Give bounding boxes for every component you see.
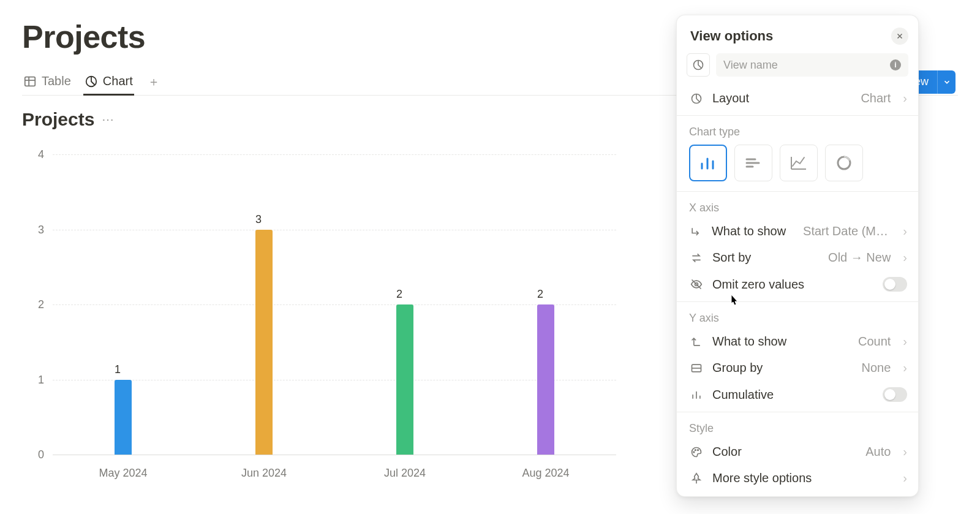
y-what-to-show[interactable]: What to show Count › bbox=[677, 328, 918, 355]
chevron-right-icon: › bbox=[903, 224, 907, 238]
chart-icon bbox=[85, 75, 98, 88]
chart-title-more-icon[interactable]: ⋯ bbox=[102, 112, 114, 127]
swap-icon bbox=[689, 252, 704, 264]
y-cumulative[interactable]: Cumulative bbox=[677, 381, 918, 408]
tab-chart[interactable]: Chart bbox=[83, 69, 134, 96]
info-icon[interactable]: i bbox=[890, 59, 901, 70]
svg-rect-0 bbox=[25, 77, 36, 86]
bar-slot: 1 bbox=[53, 154, 194, 455]
layout-icon bbox=[689, 93, 704, 105]
bar-slot: 2 bbox=[334, 154, 475, 455]
y-cumulative-label: Cumulative bbox=[712, 388, 774, 402]
bar-value-label: 3 bbox=[255, 213, 262, 226]
eye-off-icon bbox=[689, 278, 704, 290]
bar-value-label: 1 bbox=[115, 363, 121, 376]
omit-zero-toggle[interactable] bbox=[883, 277, 907, 292]
x-sort-by[interactable]: Sort by Old → New › bbox=[677, 244, 918, 271]
view-name-input[interactable] bbox=[716, 53, 908, 77]
bar[interactable] bbox=[537, 304, 554, 455]
x-tick-label: May 2024 bbox=[53, 461, 194, 485]
y-what-to-show-label: What to show bbox=[712, 334, 786, 349]
y-tick-label: 2 bbox=[38, 298, 44, 311]
y-group-by-value: None bbox=[862, 361, 891, 375]
y-tick-label: 3 bbox=[38, 223, 44, 236]
chevron-right-icon: › bbox=[903, 361, 907, 375]
x-sort-by-label: Sort by bbox=[712, 251, 751, 265]
palette-icon bbox=[689, 446, 704, 458]
svg-point-11 bbox=[695, 449, 696, 450]
style-color-label: Color bbox=[712, 445, 742, 459]
layout-option[interactable]: Layout Chart › bbox=[677, 85, 918, 111]
x-sort-by-value: Old → New bbox=[828, 251, 891, 265]
panel-title: View options bbox=[690, 28, 773, 44]
y-tick-label: 4 bbox=[38, 148, 44, 161]
style-color-value: Auto bbox=[865, 445, 891, 459]
chevron-right-icon: › bbox=[903, 334, 907, 349]
layout-value: Chart bbox=[861, 91, 891, 105]
tab-table[interactable]: Table bbox=[22, 69, 72, 96]
chevron-right-icon: › bbox=[903, 471, 907, 485]
arrow-right-down-icon bbox=[689, 225, 703, 238]
x-tick-label: Aug 2024 bbox=[475, 461, 616, 485]
chart-gridline bbox=[53, 455, 616, 455]
chart-type-horizontal-bar[interactable] bbox=[734, 145, 772, 181]
x-what-to-show-label: What to show bbox=[712, 224, 786, 238]
bar-chart: 012341322 May 2024Jun 2024Jul 2024Aug 20… bbox=[28, 154, 616, 485]
tab-label: Chart bbox=[103, 74, 133, 88]
chart-title: Projects bbox=[22, 109, 94, 130]
y-axis-section-title: Y axis bbox=[677, 306, 918, 328]
chart-type-section-title: Chart type bbox=[677, 119, 918, 142]
style-color[interactable]: Color Auto › bbox=[677, 439, 918, 465]
style-section-title: Style bbox=[677, 416, 918, 439]
new-button-dropdown[interactable] bbox=[937, 70, 956, 94]
svg-point-12 bbox=[698, 449, 699, 450]
x-tick-label: Jul 2024 bbox=[334, 461, 475, 485]
chevron-right-icon: › bbox=[903, 445, 907, 459]
pin-icon bbox=[689, 472, 704, 485]
y-group-by[interactable]: Group by None › bbox=[677, 355, 918, 381]
bar-value-label: 2 bbox=[396, 288, 402, 301]
bar-slot: 2 bbox=[475, 154, 616, 455]
chart-type-line[interactable] bbox=[780, 145, 818, 181]
x-axis-section-title: X axis bbox=[677, 195, 918, 218]
bar[interactable] bbox=[115, 380, 132, 455]
svg-point-10 bbox=[693, 452, 695, 453]
bar[interactable] bbox=[396, 304, 413, 455]
x-tick-label: Jun 2024 bbox=[194, 461, 334, 485]
close-icon[interactable] bbox=[891, 28, 908, 45]
y-tick-label: 1 bbox=[38, 373, 44, 386]
tab-label: Table bbox=[42, 74, 71, 88]
cumulative-toggle[interactable] bbox=[883, 387, 907, 402]
x-what-to-show-value: Start Date (Mo… bbox=[803, 224, 891, 238]
bar-slot: 3 bbox=[194, 154, 334, 455]
y-what-to-show-value: Count bbox=[858, 334, 891, 349]
chevron-right-icon: › bbox=[903, 91, 907, 105]
x-what-to-show[interactable]: What to show Start Date (Mo… › bbox=[677, 218, 918, 244]
y-group-by-label: Group by bbox=[712, 361, 763, 375]
table-icon bbox=[23, 75, 37, 88]
add-view-button[interactable]: ＋ bbox=[145, 74, 162, 91]
bar-value-label: 2 bbox=[537, 288, 543, 301]
chevron-right-icon: › bbox=[903, 251, 907, 265]
bars-icon bbox=[689, 388, 704, 401]
y-tick-label: 0 bbox=[38, 448, 44, 461]
chart-type-donut[interactable] bbox=[825, 145, 863, 181]
bar[interactable] bbox=[255, 230, 273, 455]
style-more[interactable]: More style options › bbox=[677, 465, 918, 491]
group-icon bbox=[689, 362, 704, 374]
view-options-panel: View options i Layout Chart › Chart type bbox=[676, 15, 919, 497]
layout-label: Layout bbox=[712, 91, 749, 105]
x-omit-zero[interactable]: Omit zero values bbox=[677, 271, 918, 298]
chart-type-vertical-bar[interactable] bbox=[689, 145, 727, 181]
view-icon-picker[interactable] bbox=[687, 53, 710, 77]
style-more-label: More style options bbox=[712, 471, 812, 485]
x-omit-zero-label: Omit zero values bbox=[712, 278, 804, 292]
arrow-up-icon bbox=[689, 336, 704, 348]
